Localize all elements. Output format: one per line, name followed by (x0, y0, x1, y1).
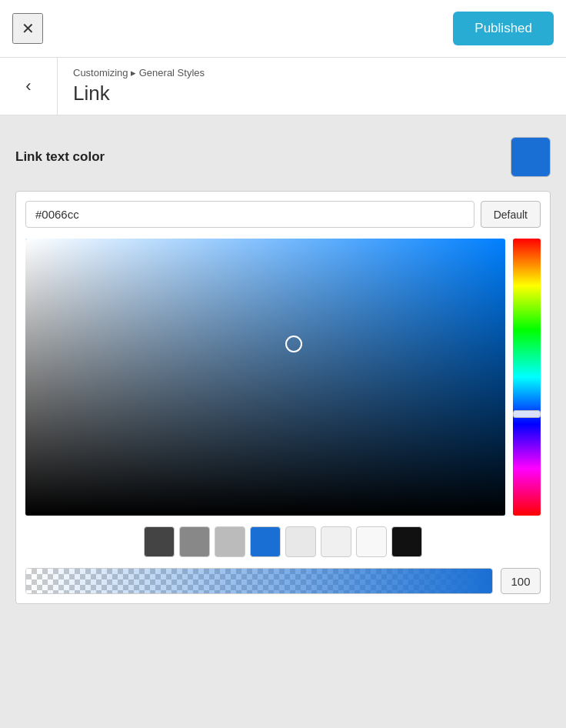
saturation-box[interactable] (25, 239, 505, 516)
color-section-label: Link text color (15, 149, 105, 165)
swatch-dark-gray[interactable] (144, 526, 175, 557)
color-row: Link text color (15, 137, 551, 177)
breadcrumb: Customizing ▸ General Styles (73, 67, 205, 78)
swatches-row (25, 526, 541, 557)
published-button[interactable]: Published (453, 12, 554, 45)
opacity-value: 100 (501, 568, 541, 594)
back-button[interactable]: ‹ (0, 58, 58, 115)
swatch-near-black[interactable] (391, 526, 422, 557)
default-button[interactable]: Default (481, 201, 541, 228)
swatch-blue[interactable] (250, 526, 281, 557)
page-title: Link (73, 82, 205, 105)
picker-body (25, 239, 541, 516)
hex-input[interactable] (25, 201, 474, 228)
hue-slider[interactable] (513, 239, 541, 516)
swatch-medium-gray[interactable] (179, 526, 210, 557)
swatch-very-light-gray[interactable] (285, 526, 316, 557)
swatch-near-white[interactable] (321, 526, 351, 557)
close-button[interactable]: ✕ (12, 13, 43, 44)
color-swatch-preview[interactable] (511, 137, 551, 177)
opacity-row: 100 (25, 568, 541, 594)
hue-handle[interactable] (513, 410, 541, 418)
nav-content: Customizing ▸ General Styles Link (58, 59, 220, 113)
color-picker-panel: Default (15, 191, 551, 604)
hex-row: Default (25, 201, 541, 228)
swatch-light-gray[interactable] (215, 526, 245, 557)
opacity-track[interactable] (25, 568, 493, 594)
main-content: Link text color Default (0, 115, 566, 619)
swatch-almost-white[interactable] (356, 526, 387, 557)
top-bar: ✕ Published (0, 0, 566, 58)
sidebar-nav: ‹ Customizing ▸ General Styles Link (0, 58, 566, 115)
